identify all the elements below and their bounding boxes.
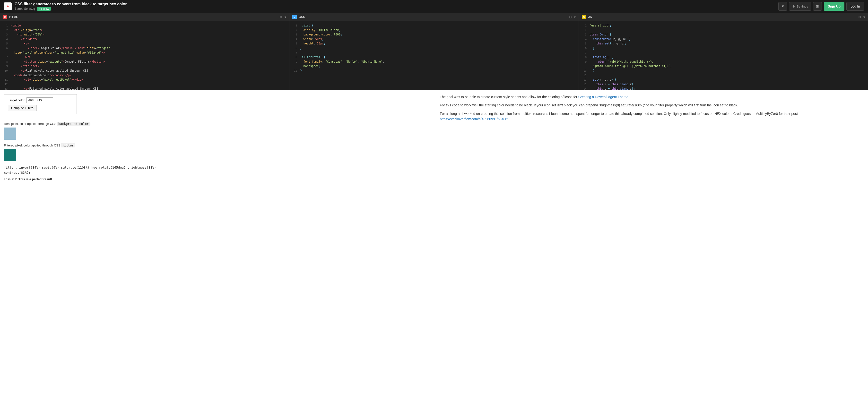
css-collapse-icon[interactable]: ▾ [574,15,576,19]
topbar: ✦ CSS filter generator to convert from b… [0,0,868,12]
html-lang-label: HTML [9,15,18,19]
js-editor-body[interactable]: 1'use strict'; 2 3class Color { 4 constr… [579,21,868,90]
desc-para-3: For as long as I worked on creating this… [440,111,862,122]
js-editor-header: JS JS ⚙ ▾ [579,12,868,21]
code-line: 9 font-family: "Consolas", "Menlo", "Ubu… [290,60,578,64]
code-line: 8 toString() { [580,55,867,60]
filter-result: filter: invert(84%) sepia(9%) saturate(1… [4,165,430,176]
heart-button[interactable]: ♥ [778,2,787,11]
desc-para-1: The goal was to be able to create custom… [440,94,862,100]
preview-panel: Target color Compute Filters Real pixel,… [0,90,434,185]
js-lang-label: JS [588,15,592,19]
grid-button[interactable]: ⊞ [813,2,822,11]
code-line: type="text" placeholder="target hex" val… [1,51,288,55]
nav-right: ♥ ⚙ Settings ⊞ Sign Up Log In [778,2,864,11]
code-line: 14 this.g = this.clamp(g); [580,87,867,90]
code-line: 12 [1,82,288,87]
code-line: 5 <p> [1,41,288,46]
code-line: 3 <td width="50%"> [1,32,288,37]
code-line: 4 <fieldset> [1,37,288,41]
code-line: 2 display: inline-block; [290,28,578,33]
site-logo: ✦ [4,2,12,10]
code-line: 12 set(r, g, b) { [580,77,867,82]
heart-icon: ♥ [781,4,784,8]
desc-para-2: For this code to work well the starting … [440,102,862,108]
code-line: 2 [580,28,867,33]
title-area: CSS filter generator to convert from bla… [14,2,775,11]
settings-button[interactable]: ⚙ Settings [789,2,811,11]
code-line: 5 this.set(r, g, b); [580,41,867,46]
code-line: 10 } [580,68,867,73]
target-color-form: Target color Compute Filters [4,94,77,114]
code-line: 6} [290,46,578,51]
js-lang-icon: JS [582,15,586,19]
js-editor-panel: JS JS ⚙ ▾ 1'use strict'; 2 3class Color … [579,12,868,90]
code-line: 11 [580,73,867,78]
code-line: 9 return `rgb(${Math.round(this.r)}, [580,60,867,64]
code-line: 3 background-color: #000; [290,32,578,37]
html-collapse-icon[interactable]: ▾ [284,15,286,19]
js-collapse-icon[interactable]: ▾ [863,15,865,19]
code-line: 9 </fieldset> [1,64,288,68]
code-line: 8.filterDetail { [290,55,578,60]
code-line: 8 <button class="execute">Compute Filter… [1,60,288,64]
target-color-label: Target color [8,98,25,102]
dovetail-link[interactable]: Creating a Dovetail Agent Theme [578,95,628,99]
loss-bold: This is a perfect result. [19,177,53,181]
real-pixel-label: Real pixel, color applied through CSS ba… [4,122,430,126]
css-lang-label: CSS [299,15,305,19]
js-settings-icon[interactable]: ⚙ [858,15,862,19]
code-line: 7 </p> [1,55,288,60]
code-line: 10} [290,68,578,73]
real-pixel-code: background-color [57,122,90,126]
code-line: monospace; [290,64,578,68]
signup-button[interactable]: Sign Up [824,2,844,11]
code-line: 6 } [580,46,867,51]
html-settings-icon[interactable]: ⚙ [279,15,283,19]
pen-title: CSS filter generator to convert from bla… [14,2,775,6]
compute-filters-button[interactable]: Compute Filters [8,105,37,111]
bottom-section: Target color Compute Filters Real pixel,… [0,90,868,185]
target-color-input[interactable] [27,97,53,103]
html-editor-body[interactable]: 1<table> 2 <tr valign="top"> 3 <td width… [0,21,289,90]
code-line: 13 <p>Filtered pixel, color applied thro… [1,87,288,90]
gear-icon: ⚙ [792,5,795,8]
code-line: <code>background-color</code>:</p> [1,73,288,78]
code-line: 4 constructor(r, g, b) { [580,37,867,41]
loss-text: Loss: 0.2. This is a perfect result. [4,177,430,181]
code-line: 13 this.r = this.clamp(r); [580,82,867,87]
code-line: 5 height: 50px; [290,41,578,46]
code-line: 6 <label>Target color</label> <input cla… [1,46,288,51]
code-line: 1<table> [1,23,288,28]
css-editor-body[interactable]: 1.pixel { 2 display: inline-block; 3 bac… [289,21,579,90]
code-line: 1'use strict'; [580,23,867,28]
css-settings-icon[interactable]: ⚙ [569,15,572,19]
login-button[interactable]: Log In [846,2,864,11]
code-line: 3class Color { [580,32,867,37]
follow-button[interactable]: + Follow [37,7,51,11]
author-name: Barrett Sonntag [14,7,35,10]
html-editor-panel: H HTML ⚙ ▾ 1<table> 2 <tr valign="top"> … [0,12,289,90]
filtered-pixel-label: Filtered pixel, color applied through CS… [4,144,430,147]
code-line: 10 <p>Real pixel, color applied through … [1,68,288,73]
filtered-pixel-code: filter [61,143,74,148]
code-line: 7 [580,51,867,55]
code-line: 2 <tr valign="top"> [1,28,288,33]
filtered-pixel-swatch [4,149,16,161]
css-editor-header: C CSS ⚙ ▾ [289,12,579,21]
css-editor-panel: C CSS ⚙ ▾ 1.pixel { 2 display: inline-bl… [289,12,579,90]
css-lang-icon: C [292,15,297,19]
author-area: Barrett Sonntag + Follow [14,7,775,11]
description-panel: The goal was to be able to create custom… [434,90,868,185]
code-line: 1.pixel { [290,23,578,28]
code-line: 11 <div class="pixel realPixel"></div> [1,77,288,82]
html-editor-header: H HTML ⚙ ▾ [0,12,289,21]
code-line: 4 width: 50px; [290,37,578,41]
target-color-row: Target color [8,97,73,103]
grid-icon: ⊞ [816,4,819,8]
code-line: 7 [290,51,578,55]
code-line: ${Math.round(this.g)}, ${Math.round(this… [580,64,867,68]
editors-container: H HTML ⚙ ▾ 1<table> 2 <tr valign="top"> … [0,12,868,90]
stackoverflow-link[interactable]: https://stackoverflow.com/a/43960991/604… [440,117,509,121]
real-pixel-swatch [4,128,16,140]
